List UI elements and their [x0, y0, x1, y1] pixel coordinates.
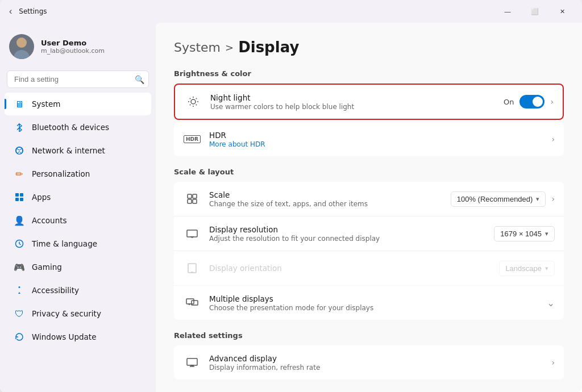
nav-apps[interactable]: Apps: [5, 186, 151, 208]
hdr-desc[interactable]: More about HDR: [209, 140, 543, 148]
multiple-displays-icon: [183, 294, 201, 312]
hdr-chevron: ›: [551, 135, 555, 144]
resolution-dropdown[interactable]: 1679 × 1045 ▾: [494, 226, 555, 241]
nav-label-gaming: Gaming: [32, 262, 62, 272]
nav-time[interactable]: Time & language: [5, 232, 151, 255]
breadcrumb-separator: >: [225, 41, 234, 53]
night-light-chevron: ›: [550, 97, 554, 106]
orientation-dropdown[interactable]: Landscape ▾: [499, 261, 555, 276]
night-light-icon: [184, 93, 202, 111]
nav-personalization[interactable]: ✏️ Personalization: [5, 162, 151, 185]
svg-line-13: [190, 105, 190, 105]
advanced-display-item[interactable]: Advanced display Display information, re…: [174, 345, 564, 380]
svg-point-5: [19, 286, 20, 288]
related-settings-card: Advanced display Display information, re…: [174, 345, 564, 380]
night-light-title: Night light: [210, 93, 496, 102]
night-light-card: Night light Use warmer colors to help bl…: [174, 84, 564, 120]
svg-point-6: [191, 99, 196, 104]
nav-accessibility[interactable]: Accessibility: [5, 279, 151, 302]
svg-rect-26: [192, 301, 198, 305]
nav-network[interactable]: Network & internet: [5, 139, 151, 162]
nav-label-accounts: Accounts: [32, 216, 67, 225]
search-box: 🔍: [7, 70, 149, 88]
nav-label-privacy: Privacy & security: [32, 309, 101, 318]
nav-gaming[interactable]: 🎮 Gaming: [5, 256, 151, 278]
scale-layout-card: Scale Change the size of text, apps, and…: [174, 182, 564, 320]
nav-bluetooth[interactable]: Bluetooth & devices: [5, 116, 151, 139]
scale-icon: [183, 190, 201, 208]
svg-line-14: [196, 98, 197, 99]
advanced-display-text: Advanced display Display information, re…: [209, 354, 543, 372]
scale-title: Scale: [209, 190, 443, 199]
orientation-right: Landscape ▾: [499, 261, 555, 276]
scale-layout-section: Scale & layout Sc: [174, 168, 564, 320]
night-light-item[interactable]: Night light Use warmer colors to help bl…: [175, 85, 563, 119]
settings-window: ‹ Settings — ⬜ ✕ User Demo m_lab: [0, 0, 582, 392]
maximize-button[interactable]: ⬜: [522, 2, 548, 20]
minimize-button[interactable]: —: [494, 2, 521, 20]
user-profile: User Demo m_lab@outlook.com: [0, 27, 156, 68]
multiple-displays-title: Multiple displays: [209, 294, 539, 303]
nav-label-system: System: [32, 99, 60, 109]
display-orientation-icon: [183, 259, 201, 277]
display-resolution-item[interactable]: Display resolution Adjust the resolution…: [174, 216, 564, 251]
multiple-displays-item[interactable]: Multiple displays Choose the presentatio…: [174, 286, 564, 320]
svg-rect-23: [186, 299, 194, 304]
svg-rect-2: [15, 198, 19, 201]
nav-label-accessibility: Accessibility: [32, 286, 79, 295]
nav-accounts[interactable]: 👤 Accounts: [5, 209, 151, 232]
user-info: User Demo m_lab@outlook.com: [41, 39, 105, 55]
nav-label-bluetooth: Bluetooth & devices: [32, 123, 109, 132]
privacy-icon: 🛡: [14, 308, 25, 319]
close-button[interactable]: ✕: [549, 2, 575, 20]
advanced-display-icon: [183, 353, 201, 372]
orientation-value: Landscape: [505, 264, 542, 273]
svg-rect-18: [193, 199, 197, 203]
scale-dropdown-arrow: ▾: [536, 195, 539, 203]
nav-update[interactable]: Windows Update: [5, 326, 151, 348]
nav-privacy[interactable]: 🛡 Privacy & security: [5, 302, 151, 325]
toggle-thumb: [533, 97, 543, 107]
avatar: [9, 34, 34, 59]
scale-dropdown[interactable]: 100% (Recommended) ▾: [451, 191, 546, 207]
title-bar: ‹ Settings — ⬜ ✕: [0, 0, 582, 23]
scale-chevron: ›: [551, 194, 555, 203]
search-input[interactable]: [7, 70, 149, 88]
nav-label-network: Network & internet: [32, 146, 105, 155]
svg-rect-17: [188, 199, 192, 203]
sidebar: User Demo m_lab@outlook.com 🔍 🖥 System: [0, 23, 156, 392]
back-button[interactable]: ‹: [7, 4, 14, 19]
orientation-dropdown-arrow: ▾: [545, 265, 548, 272]
orientation-title: Display orientation: [209, 264, 491, 273]
hdr-item[interactable]: HDR HDR More about HDR ›: [174, 122, 564, 156]
accessibility-icon: [14, 285, 25, 296]
advanced-display-desc: Display information, refresh rate: [209, 364, 543, 372]
search-icon[interactable]: 🔍: [135, 75, 144, 84]
scale-item[interactable]: Scale Change the size of text, apps, and…: [174, 182, 564, 216]
personalization-icon: ✏️: [14, 168, 25, 180]
user-email: m_lab@outlook.com: [41, 47, 105, 55]
svg-rect-15: [188, 194, 192, 198]
svg-rect-19: [187, 230, 197, 237]
display-orientation-item[interactable]: Display orientation Landscape ▾: [174, 251, 564, 286]
breadcrumb-system[interactable]: System: [174, 40, 221, 55]
advanced-display-title: Advanced display: [209, 354, 543, 363]
svg-rect-16: [193, 194, 197, 198]
svg-rect-0: [15, 193, 19, 197]
resolution-dropdown-arrow: ▾: [545, 230, 548, 237]
nav-system[interactable]: 🖥 System: [5, 93, 151, 115]
hdr-title: HDR: [209, 131, 543, 140]
resolution-title: Display resolution: [209, 225, 486, 234]
resolution-desc: Adjust the resolution to fit your connec…: [209, 235, 486, 243]
svg-line-11: [190, 98, 190, 99]
main-content: System > Display Brightness & color: [156, 23, 582, 392]
hdr-icon: HDR: [183, 130, 201, 148]
advanced-display-chevron: ›: [551, 358, 555, 367]
resolution-value: 1679 × 1045: [500, 230, 542, 238]
window-title: Settings: [19, 7, 47, 15]
night-light-toggle[interactable]: [519, 95, 544, 109]
multiple-displays-chevron: ⌄: [547, 298, 555, 308]
related-settings-section: Related settings Advanced di: [174, 331, 564, 380]
night-light-text: Night light Use warmer colors to help bl…: [210, 93, 496, 111]
hdr-card: HDR HDR More about HDR ›: [174, 122, 564, 156]
